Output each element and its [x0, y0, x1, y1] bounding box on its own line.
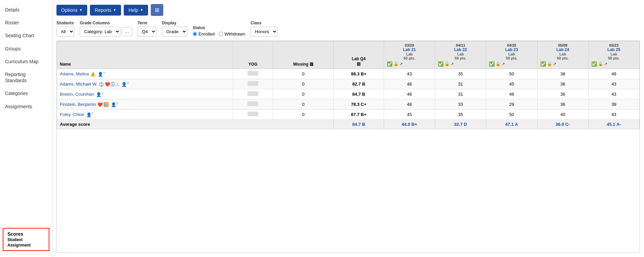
score-cell-2-4: 43 — [588, 89, 639, 99]
help-button[interactable]: Help ▼ — [124, 5, 148, 16]
sidebar-item-groups[interactable]: Groups — [0, 42, 52, 55]
avg-score-0: 44.0 B+ — [384, 120, 435, 129]
student-name-cell[interactable]: Adams, Melina⚠️👤? — [57, 69, 233, 79]
term-select[interactable]: Q4 — [138, 27, 157, 37]
check-icon-0: ✅ — [387, 61, 392, 67]
reports-button[interactable]: Reports ▼ — [90, 5, 121, 16]
missing-cell: 0 — [273, 69, 334, 79]
status-radio-group: Enrolled Withdrawn — [193, 31, 245, 37]
assign-link-4[interactable]: Lab 25 — [591, 47, 637, 52]
student-name-text: Finstein, Benjamin — [60, 102, 96, 107]
yog-cell — [233, 89, 273, 99]
main-content: Options ▼ Reports ▼ Help ▼ ⊞ Students Al… — [52, 0, 644, 257]
score-cell-0-0: 43 — [384, 69, 435, 79]
student-name-text: Foley, Chloe — [60, 112, 84, 117]
display-select[interactable]: Grade — [162, 27, 187, 37]
scores-sub-student: Student — [7, 237, 45, 242]
filters-row: Students All Grade Columns Category: Lab… — [56, 21, 640, 37]
student-name-cell[interactable]: Breton, Counihan👤? — [57, 89, 233, 99]
score-cell-2-2: 46 — [486, 89, 537, 99]
score-cell-1-0: 48 — [384, 79, 435, 89]
sidebar-item-assignments[interactable]: Assignments — [0, 100, 52, 113]
table-row: Adams, Michael W.⚖️❤️i⚠👤? 0 82.7 B 48314… — [57, 79, 640, 89]
class-label: Class — [251, 21, 278, 25]
assign-link-3[interactable]: Lab 24 — [540, 47, 586, 52]
sidebar-item-roster[interactable]: Roster — [0, 16, 52, 29]
arrow-icon-1: ↗ — [451, 62, 454, 66]
assign-link-0[interactable]: Lab 21 — [387, 47, 432, 52]
sidebar: Details Roster Seating Chart Groups Curr… — [0, 0, 52, 257]
assign-link-2[interactable]: Lab 23 — [489, 47, 534, 52]
score-cell-1-1: 31 — [435, 79, 486, 89]
table-row: Finstein, Benjamin❤️🖼️👤? 0 78.3 C+ 48332… — [57, 99, 640, 110]
sidebar-item-details[interactable]: Details — [0, 3, 52, 16]
table-row: Foley, Chloe👤? 0 87.7 B+ 4535504043 — [57, 110, 640, 120]
th-assign-4: 05/23 Lab 25 Lab 50 pts. ✅ 🔓 ↗ — [588, 41, 639, 69]
grades-table-container[interactable]: Name YOG Missing 🖼 Lab Q4 ⊞ — [56, 41, 640, 253]
student-name-text: Adams, Melina — [60, 72, 89, 77]
sidebar-item-seating-chart[interactable]: Seating Chart — [0, 29, 52, 42]
status-enrolled-option[interactable]: Enrolled — [193, 31, 215, 37]
yog-cell — [233, 79, 273, 89]
labq4-icon: ⊞ — [336, 61, 381, 67]
student-name-cell[interactable]: Finstein, Benjamin❤️🖼️👤? — [57, 99, 233, 110]
score-cell-4-2: 50 — [486, 110, 537, 120]
score-cell-1-2: 45 — [486, 79, 537, 89]
student-name-cell[interactable]: Adams, Michael W.⚖️❤️i⚠👤? — [57, 79, 233, 89]
avg-labq4: 84.7 B — [334, 120, 384, 129]
labq4-cell: 82.7 B — [334, 79, 384, 89]
score-cell-3-3: 36 — [537, 99, 588, 110]
status-enrolled-radio[interactable] — [193, 32, 197, 36]
th-assign-2: 04/25 Lab 23 Lab 50 pts. ✅ 🔓 ↗ — [486, 41, 537, 69]
student-name-cell[interactable]: Foley, Chloe👤? — [57, 110, 233, 120]
th-assign-0: 03/28 Lab 21 Lab 50 pts. ✅ 🔓 ↗ — [384, 41, 435, 69]
missing-cell: 0 — [273, 99, 334, 110]
options-button[interactable]: Options ▼ — [56, 5, 87, 16]
sidebar-item-curriculum-map[interactable]: Curriculum Map — [0, 55, 52, 68]
table-row: Adams, Melina⚠️👤? 0 88.3 B+ 4335503849 — [57, 69, 640, 79]
missing-info-icon: 🖼 — [310, 62, 313, 66]
class-select[interactable]: Honors — [251, 27, 278, 37]
sidebar-item-reporting-standards[interactable]: Reporting Standards — [0, 68, 52, 87]
score-cell-3-0: 48 — [384, 99, 435, 110]
lock-icon-2: 🔓 — [496, 62, 501, 66]
score-cell-1-4: 43 — [588, 79, 639, 89]
grade-columns-label: Grade Columns — [80, 21, 132, 25]
th-assign-1: 04/11 Lab 22 Lab 50 pts. ✅ 🔓 ↗ — [435, 41, 486, 69]
heart-icon: ❤️ — [105, 82, 110, 87]
score-cell-0-3: 38 — [537, 69, 588, 79]
grid-icon: ⊞ — [155, 7, 159, 13]
score-cell-0-1: 35 — [435, 69, 486, 79]
grid-view-button[interactable]: ⊞ — [151, 4, 163, 16]
students-label: Students — [56, 21, 74, 25]
reports-dropdown-arrow: ▼ — [113, 8, 116, 12]
students-select[interactable]: All — [56, 27, 74, 37]
score-cell-3-4: 39 — [588, 99, 639, 110]
class-filter: Class Honors — [251, 21, 278, 37]
yog-cell — [233, 110, 273, 120]
grade-columns-select[interactable]: Category: Lab — [80, 27, 120, 37]
arrow-icon-0: ↗ — [400, 62, 403, 66]
missing-cell: 0 — [273, 79, 334, 89]
lock-icon-1: 🔓 — [445, 62, 450, 66]
th-assign-3: 05/09 Lab 24 Lab 50 pts. ✅ 🔓 ↗ — [537, 41, 588, 69]
info-icon: i — [111, 82, 115, 87]
score-cell-4-1: 35 — [435, 110, 486, 120]
grade-columns-more-button[interactable]: … — [122, 27, 132, 36]
assign-link-1[interactable]: Lab 22 — [438, 47, 483, 52]
tri-warn-icon: ⚠ — [115, 82, 119, 87]
th-name: Name — [57, 41, 233, 69]
term-filter: Term Q4 — [138, 21, 157, 37]
student-photo-icon: 👤? — [111, 102, 118, 107]
th-yog: YOG — [233, 41, 273, 69]
missing-cell: 0 — [273, 110, 334, 120]
missing-cell: 0 — [273, 89, 334, 99]
student-name-text: Adams, Michael W. — [60, 82, 97, 87]
status-withdrawn-radio[interactable] — [219, 32, 223, 36]
table-row: Breton, Counihan👤? 0 84.7 B 4831463643 — [57, 89, 640, 99]
status-withdrawn-option[interactable]: Withdrawn — [219, 31, 245, 37]
avg-score-3: 36.0 C- — [537, 120, 588, 129]
sidebar-item-categories[interactable]: Categories — [0, 87, 52, 100]
sidebar-scores-section[interactable]: Scores Student Assignment — [3, 228, 49, 251]
score-cell-4-0: 45 — [384, 110, 435, 120]
